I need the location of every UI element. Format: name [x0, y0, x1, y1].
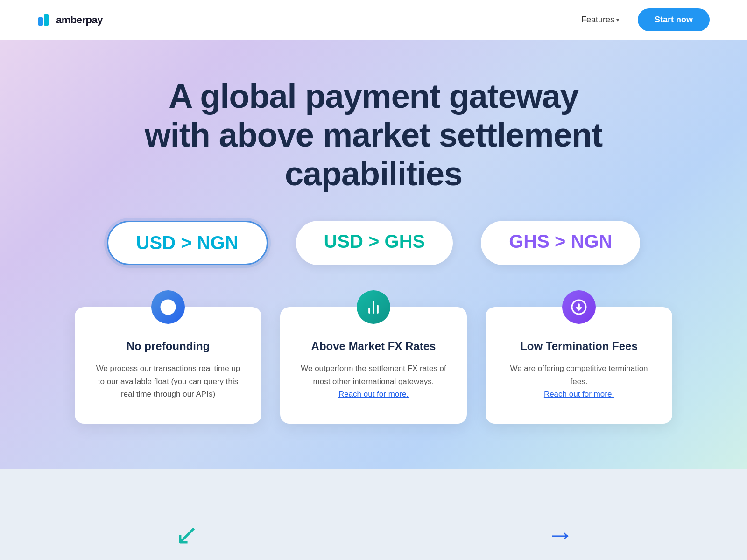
bottom-left: ↙ [0, 469, 374, 560]
arrow-teal-icon: ↙ [175, 518, 198, 551]
currency-pills-group: USD > NGN USD > GHS GHS > NGN [37, 221, 710, 265]
termination-fees-link[interactable]: Reach out for more. [544, 390, 614, 399]
card-no-prefunding: No prefounding We process our transactio… [75, 307, 261, 424]
header: amberpay Features ▾ Start now [0, 0, 747, 40]
logo: amberpay [37, 13, 103, 28]
svg-rect-0 [38, 17, 43, 26]
pill-usd-ghs-label: USD > GHS [324, 231, 425, 252]
card-fx-rates-title: Above Market FX Rates [299, 340, 448, 353]
pill-ghs-ngn-label: GHS > NGN [509, 231, 612, 252]
pill-usd-ghs[interactable]: USD > GHS [296, 221, 453, 265]
bottom-right: → [374, 469, 747, 560]
start-now-button[interactable]: Start now [638, 8, 710, 31]
chart-bar-icon [365, 299, 382, 315]
card-no-prefunding-desc: We process our transactions real time up… [93, 362, 243, 400]
card-fx-rates-desc: We outperform the settlement FX rates of… [299, 362, 448, 400]
bottom-section: ↙ → [0, 469, 747, 560]
download-icon-wrapper [562, 290, 596, 324]
card-termination-title: Low Termination Fees [504, 340, 654, 353]
svg-rect-1 [44, 14, 49, 26]
card-termination-fees: Low Termination Fees We are offering com… [486, 307, 672, 424]
arrow-blue-icon: → [546, 518, 574, 551]
card-termination-desc: We are offering competitive termination … [504, 362, 654, 400]
feature-cards-group: No prefounding We process our transactio… [37, 307, 710, 424]
card-no-prefunding-title: No prefounding [93, 340, 243, 353]
hero-title: A global payment gateway with above mark… [140, 77, 607, 193]
pill-usd-ngn-label: USD > NGN [136, 232, 239, 253]
card-fx-rates: Above Market FX Rates We outperform the … [280, 307, 467, 424]
logo-text: amberpay [56, 14, 103, 26]
clock-icon [160, 299, 176, 315]
download-icon [571, 299, 587, 315]
chevron-down-icon: ▾ [616, 17, 619, 23]
clock-icon-wrapper [151, 290, 185, 324]
features-label: Features [581, 15, 614, 25]
pill-usd-ngn[interactable]: USD > NGN [107, 221, 268, 265]
features-nav[interactable]: Features ▾ [581, 15, 619, 25]
fx-rates-link[interactable]: Reach out for more. [338, 390, 409, 399]
chart-icon-wrapper [357, 290, 390, 324]
hero-section: A global payment gateway with above mark… [0, 40, 747, 469]
logo-icon [37, 13, 52, 28]
pill-ghs-ngn[interactable]: GHS > NGN [481, 221, 640, 265]
nav-right: Features ▾ Start now [581, 8, 710, 31]
